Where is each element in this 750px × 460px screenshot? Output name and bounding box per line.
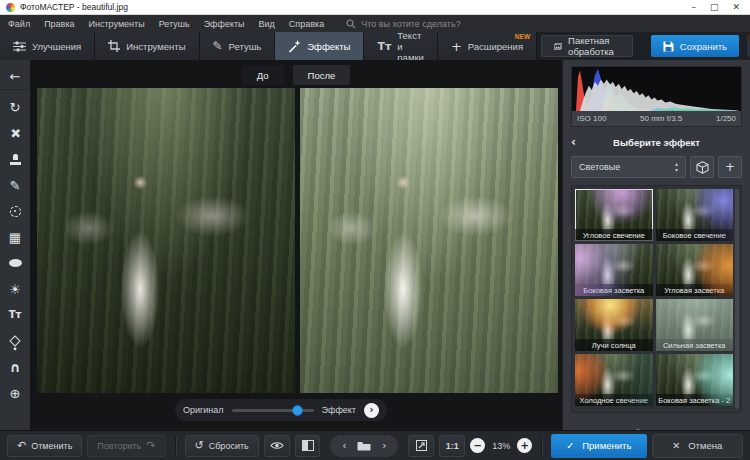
effect-thumb[interactable]: Боковое свечение <box>656 189 734 241</box>
effect-thumb[interactable]: Сильная засветка <box>656 299 734 351</box>
clone-stamp-tool[interactable] <box>0 146 30 172</box>
healing-tool[interactable]: ✚ <box>0 120 30 146</box>
effects-controls: Световые ▴ ▾ + <box>571 156 742 178</box>
effect-store-button[interactable] <box>690 156 714 178</box>
tab-text-frames[interactable]: Tт Текст и рамки <box>364 32 437 60</box>
magic-wand-icon <box>288 40 301 53</box>
category-dropdown[interactable]: Световые ▴ ▾ <box>571 156 686 178</box>
target-icon: ⊕ <box>10 387 21 400</box>
split-view-button[interactable] <box>295 435 321 457</box>
panel-back-icon[interactable]: ‹ <box>571 136 585 148</box>
prev-file-button[interactable]: ‹ <box>334 435 354 457</box>
actual-size-button[interactable]: 1:1 <box>439 435 465 457</box>
effect-label: Эффект <box>322 405 356 415</box>
tab-tools[interactable]: Инструменты <box>95 32 199 60</box>
effects-scrollbar[interactable] <box>735 189 739 409</box>
tab-retouch[interactable]: ✎ Ретушь <box>200 32 276 60</box>
chevron-right-icon: › <box>382 440 386 451</box>
divider <box>541 437 542 455</box>
curve-tool[interactable]: ∩ <box>0 354 30 380</box>
effect-thumb[interactable]: Боковая засветка - 2 <box>656 354 734 406</box>
zoom-level: 13% <box>490 441 512 451</box>
stamp-icon <box>10 154 21 165</box>
title-bar: ФотоМАСТЕР - beautiful.jpg – □ ✕ <box>0 0 750 15</box>
menu-file[interactable]: Файл <box>8 19 30 29</box>
effects-header: ‹ Выберите эффект <box>571 136 742 148</box>
divider <box>175 437 176 455</box>
rotate-icon: ↻ <box>10 101 21 114</box>
reset-button[interactable]: ↺ Сбросить <box>185 435 259 457</box>
cancel-button[interactable]: ✕ Отмена <box>652 434 744 458</box>
vignette-tool[interactable] <box>0 250 30 276</box>
search-icon <box>346 19 356 29</box>
add-effect-button[interactable]: + <box>718 156 742 178</box>
zoom-out-button[interactable]: − <box>470 438 485 453</box>
apply-button[interactable]: ✓ Применить <box>551 434 646 458</box>
dropdown-spinner-icon: ▴ ▾ <box>675 161 678 173</box>
compare-slider-knob[interactable] <box>292 405 303 416</box>
tab-effects[interactable]: Эффекты <box>275 32 364 60</box>
effect-thumb[interactable]: Боковая засветка <box>575 244 653 296</box>
undo-button[interactable]: ↶ Отменить <box>7 435 82 457</box>
preview-original-button[interactable] <box>264 435 290 457</box>
batch-processing-button[interactable]: Пакетная обработка <box>541 35 633 57</box>
rotate-tool[interactable]: ↻ <box>0 94 30 120</box>
tab-extensions[interactable]: NEW + Расширения <box>438 32 537 60</box>
fill-tool[interactable] <box>0 328 30 354</box>
effects-panel: ISO 100 50 mm f/3.5 1/250 ‹ Выберите эфф… <box>562 60 750 430</box>
text-icon: Tт <box>377 41 391 52</box>
exif-strip: ISO 100 50 mm f/3.5 1/250 <box>572 111 741 126</box>
menu-retouch[interactable]: Ретушь <box>159 19 190 29</box>
after-photo <box>300 88 558 393</box>
cross-icon: ✕ <box>672 441 680 451</box>
graduated-filter-tool[interactable]: ▦ <box>0 224 30 250</box>
effect-thumb[interactable]: Холодное свечение <box>575 354 653 406</box>
menu-help[interactable]: Справка <box>289 19 324 29</box>
chevron-right-icon: › <box>369 405 373 415</box>
zoom-in-button[interactable]: + <box>517 438 532 453</box>
play-compare-button[interactable]: › <box>364 403 379 418</box>
menu-effects[interactable]: Эффекты <box>204 19 245 29</box>
search-placeholder: Что вы хотите сделать? <box>361 19 461 29</box>
open-folder-button[interactable] <box>354 435 374 457</box>
search-box[interactable]: Что вы хотите сделать? <box>346 19 461 29</box>
effect-thumb[interactable]: Угловая засветка <box>656 244 734 296</box>
save-icon <box>663 41 674 52</box>
lens-value: 50 mm f/3.5 <box>640 114 682 123</box>
menu-edit[interactable]: Правка <box>44 19 74 29</box>
target-tool[interactable]: ⊕ <box>0 380 30 406</box>
app-logo-icon <box>6 3 15 12</box>
menu-view[interactable]: Вид <box>259 19 275 29</box>
crop-icon <box>108 40 120 52</box>
close-icon[interactable]: ✕ <box>732 3 740 12</box>
text-icon: Tт <box>9 310 22 320</box>
back-button[interactable]: ← <box>0 64 30 90</box>
fit-screen-button[interactable] <box>408 435 434 457</box>
effect-thumb[interactable]: Угловое свечение <box>575 189 653 241</box>
minimize-icon[interactable]: – <box>691 3 696 12</box>
menu-tools[interactable]: Инструменты <box>89 19 145 29</box>
original-label: Оригинал <box>183 405 224 415</box>
before-button[interactable]: До <box>242 65 284 85</box>
photo-stack-icon <box>554 41 562 52</box>
radial-filter-tool[interactable] <box>0 198 30 224</box>
sliders-icon <box>13 41 26 52</box>
vignette-icon <box>9 259 22 267</box>
next-file-button[interactable]: › <box>374 435 394 457</box>
back-arrow-icon: ← <box>10 70 21 83</box>
split-view-icon <box>302 440 314 451</box>
tab-enhance[interactable]: Улучшения <box>0 32 95 60</box>
redo-button[interactable]: Повторить ↷ <box>87 435 165 457</box>
save-button[interactable]: Сохранить <box>651 35 739 57</box>
compare-slider-track[interactable] <box>232 409 314 412</box>
brush-tool[interactable]: ✎ <box>0 172 30 198</box>
sun-icon: ☀ <box>9 283 21 296</box>
text-tool[interactable]: Tт <box>0 302 30 328</box>
paint-bucket-icon <box>9 335 20 346</box>
effect-thumb[interactable]: Лучи солнца <box>575 299 653 351</box>
panel-title: Выберите эффект <box>585 137 728 148</box>
after-button[interactable]: После <box>293 65 351 85</box>
maximize-icon[interactable]: □ <box>710 3 719 12</box>
category-value: Световые <box>579 162 675 172</box>
brightness-tool[interactable]: ☀ <box>0 276 30 302</box>
